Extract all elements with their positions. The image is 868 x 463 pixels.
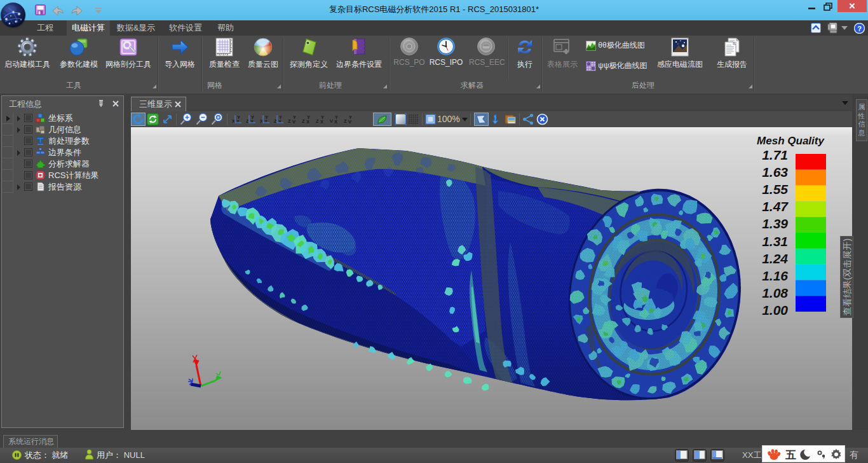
svg-text:1.55: 1.55 bbox=[762, 182, 788, 197]
svg-text:1.24: 1.24 bbox=[762, 251, 788, 266]
svg-text:1.16: 1.16 bbox=[762, 268, 788, 283]
svg-text:Z: Z bbox=[236, 119, 240, 125]
svg-text:1.08: 1.08 bbox=[762, 286, 788, 300]
svg-text:1.00: 1.00 bbox=[762, 303, 788, 317]
svg-text:Z: Z bbox=[302, 118, 305, 124]
svg-text:Z: Z bbox=[344, 118, 347, 124]
svg-text:X: X bbox=[250, 119, 254, 125]
svg-text:Mesh Quality: Mesh Quality bbox=[757, 135, 825, 147]
svg-text:1.31: 1.31 bbox=[762, 234, 788, 249]
svg-text:?: ? bbox=[857, 25, 862, 32]
svg-text:X: X bbox=[334, 119, 337, 125]
svg-text:X: X bbox=[232, 118, 235, 124]
svg-text:V: V bbox=[292, 119, 295, 125]
svg-text:Z: Z bbox=[246, 118, 249, 124]
svg-text:1.47: 1.47 bbox=[762, 199, 789, 214]
svg-text:X: X bbox=[278, 119, 281, 125]
svg-text:X: X bbox=[260, 118, 263, 124]
svg-text:1.63: 1.63 bbox=[762, 165, 788, 179]
svg-text:Z: Z bbox=[264, 119, 268, 125]
svg-text:V: V bbox=[330, 118, 333, 124]
svg-text:X: X bbox=[320, 119, 323, 125]
svg-text:1.39: 1.39 bbox=[762, 216, 788, 231]
svg-text:Z: Z bbox=[274, 118, 277, 124]
svg-text:Z: Z bbox=[316, 118, 319, 124]
svg-text:1.71: 1.71 bbox=[762, 148, 788, 162]
svg-text:V: V bbox=[348, 119, 351, 125]
svg-text:X: X bbox=[306, 119, 309, 125]
svg-text:Z: Z bbox=[288, 118, 291, 124]
